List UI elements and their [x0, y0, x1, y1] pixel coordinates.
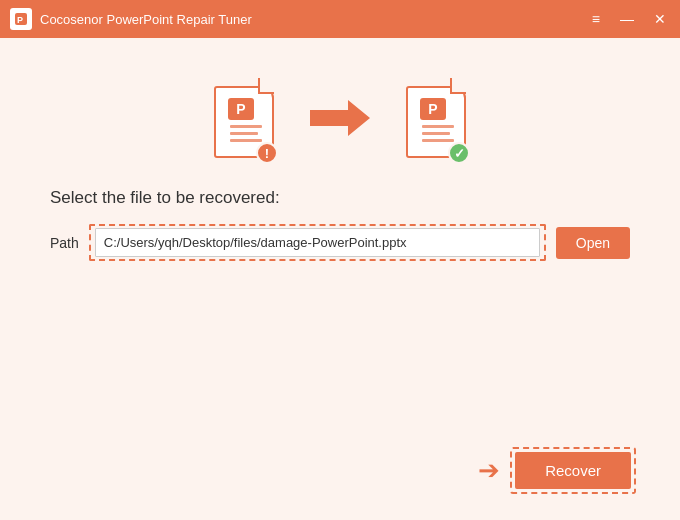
file-p-badge-right: P: [420, 98, 446, 120]
app-logo: P: [10, 8, 32, 30]
file-line: [230, 125, 262, 128]
titlebar: P Cocosenor PowerPoint Repair Tuner ≡ — …: [0, 0, 680, 38]
form-section: Select the file to be recovered: Path Op…: [50, 188, 630, 261]
file-corner-left: [258, 78, 274, 94]
recover-button[interactable]: Recover: [515, 452, 631, 489]
svg-text:P: P: [17, 15, 23, 25]
minimize-button[interactable]: —: [616, 10, 638, 28]
recover-arrow-icon: ➔: [478, 455, 500, 486]
illustration: P ! P: [208, 78, 472, 158]
file-ok-badge: ✓: [448, 142, 470, 164]
file-lines-right: [422, 125, 454, 142]
close-button[interactable]: ✕: [650, 10, 670, 28]
section-label: Select the file to be recovered:: [50, 188, 630, 208]
svg-marker-2: [310, 100, 370, 136]
window-controls: ≡ — ✕: [588, 10, 670, 28]
menu-button[interactable]: ≡: [588, 10, 604, 28]
path-row: Path Open: [50, 224, 630, 261]
file-corner-right: [450, 78, 466, 94]
path-input-wrapper: [89, 224, 546, 261]
recover-button-wrapper: Recover: [510, 447, 636, 494]
file-line: [422, 125, 454, 128]
file-line: [230, 139, 262, 142]
file-p-badge-left: P: [228, 98, 254, 120]
file-line: [422, 139, 454, 142]
process-arrow: [310, 100, 370, 136]
main-content: P ! P: [0, 38, 680, 520]
path-input[interactable]: [95, 228, 540, 257]
file-error-badge: !: [256, 142, 278, 164]
recover-row: ➔ Recover: [478, 447, 636, 494]
file-line: [230, 132, 258, 135]
app-title: Cocosenor PowerPoint Repair Tuner: [40, 12, 588, 27]
damaged-file-icon: P !: [208, 78, 280, 158]
file-line: [422, 132, 450, 135]
path-label: Path: [50, 235, 79, 251]
repaired-file-icon: P ✓: [400, 78, 472, 158]
file-lines-left: [230, 125, 262, 142]
open-button[interactable]: Open: [556, 227, 630, 259]
